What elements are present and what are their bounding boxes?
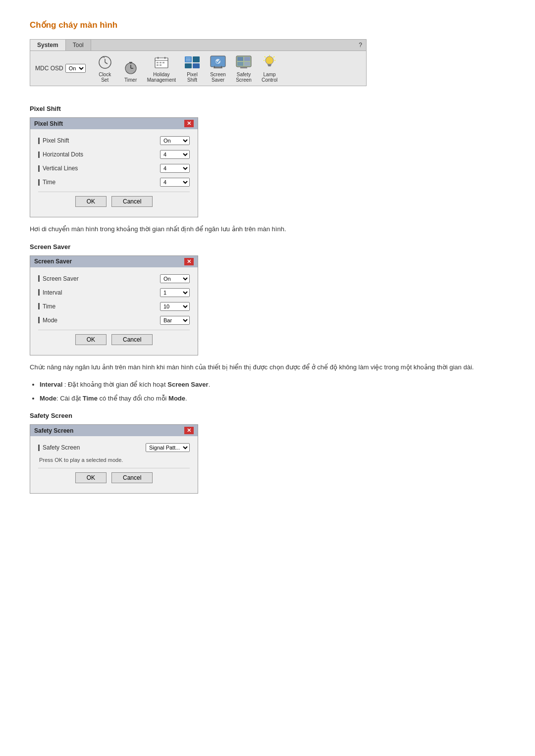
toolbar-body: MDC OSD On Off Clock Set: [30, 51, 366, 86]
safety-screen-dialog: Safety Screen ✕ Safety Screen Signal Pat…: [30, 424, 198, 494]
pixel-shift-row-3: Vertical Lines 4123: [38, 164, 190, 173]
screen-saver-bullet-list: Interval : Đặt khoảng thời gian để kích …: [40, 380, 505, 403]
safety-screen-section-title: Safety Screen: [30, 412, 505, 419]
mode-bold: Mode: [40, 395, 56, 402]
safety-screen-cancel-button[interactable]: Cancel: [111, 472, 153, 483]
mdc-osd-control: MDC OSD On Off: [35, 64, 86, 73]
bar-indicator-saf-1: [38, 445, 40, 451]
svg-rect-31: [244, 62, 250, 66]
toolbar-tabs: System Tool ?: [30, 40, 366, 51]
pixel-shift-close-button[interactable]: ✕: [184, 120, 194, 127]
mdc-osd-label: MDC OSD: [35, 65, 63, 72]
safety-screen-label1: Safety: [237, 72, 251, 77]
screen-saver-section-title: Screen Saver: [30, 243, 505, 251]
screen-saver-value-3[interactable]: 10515: [160, 302, 190, 311]
svg-rect-18: [193, 56, 200, 62]
pixel-shift-dialog-body: Pixel Shift OnOff Horizontal Dots 4123 V…: [30, 129, 198, 217]
svg-rect-30: [237, 62, 243, 66]
help-icon[interactable]: ?: [355, 40, 366, 50]
svg-rect-34: [268, 65, 271, 66]
screen-saver-label-1: Screen Saver: [38, 275, 79, 282]
screen-saver-footer: OK Cancel: [38, 330, 190, 350]
safety-screen-dialog-body: Safety Screen Signal Patt...Bar Press OK…: [30, 436, 198, 493]
safety-screen-ok-button[interactable]: OK: [75, 472, 107, 483]
svg-rect-33: [268, 64, 271, 65]
screen-saver-label2: Saver: [212, 77, 224, 83]
clock-set-label1: Clock: [99, 72, 111, 77]
screen-saver-value-4[interactable]: BarPixel: [160, 316, 190, 325]
pixel-shift-label-4: Time: [38, 179, 55, 186]
clock-set-icon: [96, 54, 114, 71]
lamp-control-icon-item[interactable]: Lamp Control: [260, 54, 279, 83]
holiday-icon-item[interactable]: Holiday Management: [147, 54, 176, 83]
pixel-shift-value-3[interactable]: 4123: [160, 164, 190, 173]
svg-rect-28: [237, 57, 243, 61]
pixel-shift-row-2: Horizontal Dots 4123: [38, 150, 190, 159]
pixel-shift-label-2: Horizontal Dots: [38, 151, 83, 158]
screen-saver-desc: Chức năng này ngăn lưu ảnh trên màn hình…: [30, 362, 505, 372]
pixel-shift-icon-item[interactable]: Pixel Shift: [183, 54, 202, 83]
pixel-shift-titlebar: Pixel Shift ✕: [30, 118, 198, 129]
screen-saver-row-4: Mode BarPixel: [38, 316, 190, 325]
pixel-shift-label1: Pixel: [187, 72, 198, 77]
pixel-shift-label2: Shift: [187, 77, 197, 83]
pixel-shift-value-1[interactable]: OnOff: [160, 136, 190, 145]
pixel-shift-value-2[interactable]: 4123: [160, 150, 190, 159]
mode-bold-2: Mode: [168, 395, 185, 402]
safety-screen-label-1: Safety Screen: [38, 444, 80, 451]
screen-saver-label-4: Mode: [38, 317, 57, 324]
clock-set-icon-item[interactable]: Clock Set: [96, 54, 114, 83]
safety-screen-label2: Screen: [236, 77, 252, 83]
timer-icon-item[interactable]: Timer: [121, 59, 140, 83]
svg-line-2: [105, 62, 107, 64]
safety-screen-close-button[interactable]: ✕: [184, 427, 194, 434]
safety-screen-titlebar: Safety Screen ✕: [30, 425, 198, 436]
clock-set-label2: Set: [101, 77, 108, 83]
pixel-shift-label-1: Pixel Shift: [38, 137, 69, 144]
bar-indicator-ss-3: [38, 303, 40, 309]
svg-line-36: [273, 56, 274, 57]
safety-screen-icon: [234, 54, 253, 71]
safety-screen-icon-item[interactable]: Safety Screen: [234, 54, 253, 83]
toolbar-icons: Clock Set Timer: [96, 54, 279, 83]
pixel-shift-footer: OK Cancel: [38, 192, 190, 212]
pixel-shift-label-3: Vertical Lines: [38, 165, 78, 172]
lamp-control-label2: Control: [262, 77, 277, 83]
tab-tool[interactable]: Tool: [66, 40, 91, 50]
screen-saver-ok-button[interactable]: OK: [75, 334, 107, 345]
pixel-shift-cancel-button[interactable]: Cancel: [111, 196, 153, 207]
bar-indicator-3: [38, 165, 40, 172]
time-bold: Time: [83, 395, 98, 402]
holiday-label1: Holiday: [153, 72, 169, 77]
screen-saver-row-3: Time 10515: [38, 302, 190, 311]
svg-rect-29: [244, 57, 250, 61]
screen-saver-cancel-button[interactable]: Cancel: [111, 334, 153, 345]
safety-screen-footer: OK Cancel: [38, 468, 190, 488]
pixel-shift-desc: Hơi di chuyển màn hình trong khoảng thời…: [30, 224, 505, 234]
mdc-osd-select[interactable]: On Off: [65, 64, 86, 73]
timer-icon: [121, 59, 140, 76]
tab-system[interactable]: System: [30, 40, 66, 50]
svg-rect-12: [162, 62, 164, 63]
timer-label: Timer: [124, 77, 137, 83]
bar-indicator-ss-1: [38, 275, 40, 282]
screen-saver-titlebar: Screen Saver ✕: [30, 256, 198, 267]
screen-saver-icon: [209, 54, 227, 71]
screen-saver-dialog-title: Screen Saver: [34, 258, 72, 265]
screen-saver-value-2[interactable]: 123: [160, 288, 190, 297]
screen-saver-icon-item[interactable]: Screen Saver: [209, 54, 227, 83]
screen-saver-bullet-2: Mode: Cài đặt Time có thể thay đổi cho m…: [40, 394, 505, 403]
screen-saver-close-button[interactable]: ✕: [184, 258, 194, 265]
safety-screen-value-1[interactable]: Signal Patt...Bar: [146, 443, 190, 452]
bar-indicator-1: [38, 138, 40, 144]
pixel-shift-value-4[interactable]: 4123: [160, 178, 190, 187]
screen-saver-bold: Screen Saver: [167, 381, 208, 388]
pixel-shift-dialog-title: Pixel Shift: [34, 120, 63, 127]
screen-saver-value-1[interactable]: OnOff: [160, 274, 190, 283]
safety-screen-row-1: Safety Screen Signal Patt...Bar: [38, 443, 190, 452]
toolbar: System Tool ? MDC OSD On Off: [30, 39, 367, 86]
bar-indicator-ss-4: [38, 317, 40, 323]
pixel-shift-ok-button[interactable]: OK: [75, 196, 107, 207]
page-title: Chống cháy màn hình: [30, 20, 505, 30]
bar-indicator-ss-2: [38, 289, 40, 296]
